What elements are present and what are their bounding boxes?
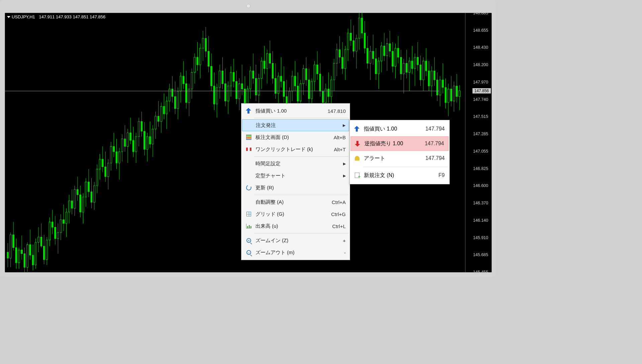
up-arrow-icon <box>246 108 251 114</box>
svg-rect-107 <box>155 116 156 129</box>
svg-rect-205 <box>292 76 293 91</box>
svg-rect-193 <box>275 78 277 94</box>
svg-rect-15 <box>26 244 28 267</box>
price-tick: 145.910 <box>473 235 488 240</box>
current-price-line <box>5 91 439 91</box>
svg-rect-67 <box>99 159 101 169</box>
menu-item-label: アラート <box>364 155 415 162</box>
svg-rect-97 <box>141 122 142 131</box>
menu-item[interactable]: 板注文画面 (D)Alt+B <box>242 131 349 143</box>
menu-item[interactable]: 更新 (R) <box>242 182 349 194</box>
svg-rect-225 <box>319 74 321 91</box>
svg-rect-197 <box>280 76 282 81</box>
svg-rect-49 <box>74 189 76 208</box>
svg-rect-87 <box>127 133 129 147</box>
menu-item[interactable]: ズームイン (Z)+ <box>242 234 349 246</box>
svg-rect-99 <box>144 131 145 149</box>
svg-rect-283 <box>400 57 402 74</box>
price-tick: 147.515 <box>473 114 488 119</box>
menu-item[interactable]: 自動調整 (A)Ctrl+A <box>242 196 349 208</box>
svg-rect-13 <box>24 254 25 267</box>
svg-rect-35 <box>55 227 56 238</box>
grid-icon <box>246 212 251 216</box>
svg-rect-303 <box>428 71 430 86</box>
menu-item[interactable]: ワンクリックトレード (k)Alt+T <box>242 143 349 155</box>
menu-separator <box>254 233 348 233</box>
svg-rect-51 <box>77 189 79 195</box>
svg-rect-111 <box>160 106 162 121</box>
svg-rect-21 <box>35 242 36 265</box>
menu-item[interactable]: 指値買い 1.00147.794 <box>350 122 449 136</box>
svg-rect-309 <box>436 80 438 95</box>
svg-rect-79 <box>116 152 117 163</box>
svg-rect-287 <box>406 63 408 72</box>
svg-rect-181 <box>258 78 260 95</box>
price-tick: 146.825 <box>473 166 488 171</box>
svg-rect-93 <box>135 137 137 152</box>
svg-rect-89 <box>130 133 131 141</box>
menu-item[interactable]: 出来高 (u)Ctrl+L <box>242 220 349 232</box>
menu-item[interactable]: 指値買い 1.00147.810 <box>242 105 349 117</box>
svg-rect-213 <box>303 68 304 83</box>
svg-rect-319 <box>450 89 452 101</box>
menu-item-label: 定型チャート <box>255 173 335 179</box>
price-tick: 146.370 <box>473 201 488 205</box>
svg-rect-209 <box>297 86 299 101</box>
menu-item[interactable]: アラート147.794 <box>350 151 449 166</box>
chart-container[interactable]: USDJPY,H1 147.911 147.933 147.851 147.85… <box>5 13 492 272</box>
svg-rect-231 <box>328 89 329 97</box>
svg-rect-285 <box>403 63 405 74</box>
svg-rect-161 <box>230 72 232 86</box>
svg-rect-167 <box>238 84 240 99</box>
submenu-arrow-icon: ▶ <box>343 123 345 128</box>
svg-rect-47 <box>71 201 73 208</box>
menu-item[interactable]: 注文発注▶ <box>242 119 349 131</box>
menu-separator <box>254 195 348 195</box>
menu-separator <box>363 167 448 167</box>
svg-rect-217 <box>308 80 310 99</box>
price-tick: 145.685 <box>473 252 488 257</box>
menu-item-shortcut: 147.794 <box>425 126 445 132</box>
svg-rect-77 <box>113 146 115 152</box>
svg-rect-263 <box>372 51 374 59</box>
svg-rect-301 <box>425 61 427 71</box>
svg-rect-153 <box>219 71 221 87</box>
depth-icon <box>246 135 251 140</box>
svg-rect-65 <box>96 169 98 186</box>
svg-rect-11 <box>21 250 23 253</box>
svg-rect-253 <box>358 18 360 38</box>
svg-rect-41 <box>63 220 65 223</box>
svg-rect-147 <box>211 66 212 86</box>
price-tick: 147.970 <box>473 80 488 84</box>
svg-rect-267 <box>378 61 380 74</box>
menu-item-label: 新規注文 (N) <box>364 172 428 179</box>
menu-item[interactable]: 新規注文 (N)F9 <box>350 168 449 183</box>
svg-rect-247 <box>350 33 352 41</box>
order-submenu[interactable]: 指値買い 1.00147.794逆指値売り 1.00147.794アラート147… <box>349 120 450 184</box>
menu-item[interactable]: 時間足設定▶ <box>242 158 349 170</box>
svg-rect-311 <box>439 80 441 95</box>
svg-rect-71 <box>105 167 106 176</box>
menu-item[interactable]: 定型チャート▶ <box>242 170 349 182</box>
menu-item[interactable]: グリッド (G)Ctrl+G <box>242 208 349 220</box>
svg-rect-123 <box>177 91 179 109</box>
svg-rect-57 <box>85 182 87 197</box>
svg-rect-233 <box>330 80 332 97</box>
svg-rect-297 <box>420 65 421 80</box>
context-menu[interactable]: 指値買い 1.00147.810注文発注▶板注文画面 (D)Alt+Bワンクリッ… <box>241 103 350 260</box>
svg-rect-279 <box>395 48 396 66</box>
price-tick: 147.285 <box>473 132 488 136</box>
menu-item-label: 板注文画面 (D) <box>255 134 324 141</box>
svg-rect-307 <box>434 71 435 80</box>
menu-item-shortcut: + <box>343 238 346 243</box>
svg-rect-275 <box>389 44 391 51</box>
svg-rect-23 <box>38 237 39 242</box>
svg-rect-289 <box>409 61 410 72</box>
svg-rect-105 <box>152 129 154 144</box>
svg-rect-7 <box>15 247 17 262</box>
svg-rect-245 <box>347 33 349 50</box>
menu-item[interactable]: ズームアウト (m)- <box>242 246 349 258</box>
menu-item[interactable]: 逆指値売り 1.00147.794 <box>350 136 449 151</box>
menu-separator <box>254 118 348 118</box>
svg-rect-175 <box>250 71 251 89</box>
